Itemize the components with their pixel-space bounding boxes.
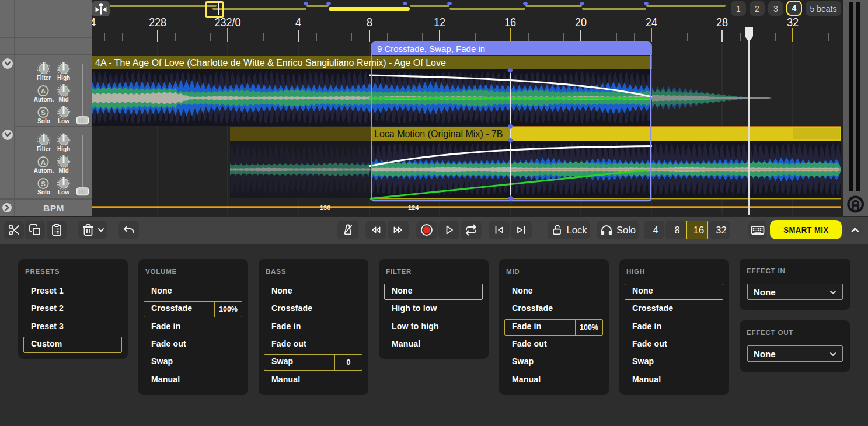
svg-text:Loca Motion (Original Mix) - 7: Loca Motion (Original Mix) - 7B: [374, 129, 503, 139]
svg-text:4A - The Age Of Love (Charlott: 4A - The Age Of Love (Charlotte de Witte…: [95, 58, 446, 68]
svg-text:9 Crossfade, Swap, Fade in: 9 Crossfade, Swap, Fade in: [377, 44, 485, 54]
svg-text:130: 130: [320, 204, 330, 211]
svg-text:A: A: [41, 159, 46, 166]
svg-text:124: 124: [408, 204, 419, 211]
svg-text:S: S: [41, 109, 46, 116]
svg-text:S: S: [41, 180, 46, 187]
svg-text:A: A: [41, 88, 46, 95]
